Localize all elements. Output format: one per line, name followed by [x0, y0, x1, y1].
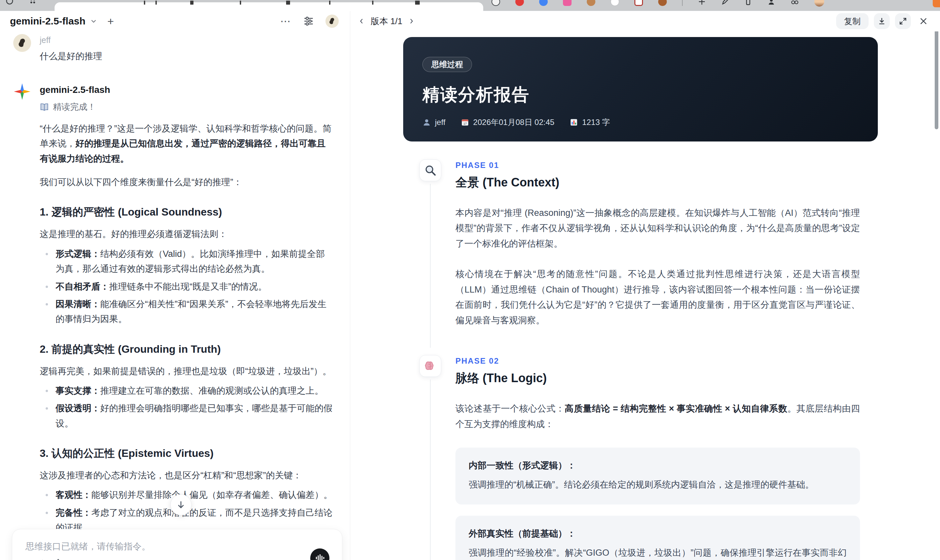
bar-chart-icon	[570, 118, 578, 127]
assistant-paragraph: “什么是好的推理？”这是一个涉及逻辑学、认知科学和哲学核心的问题。简单来说，好的…	[40, 122, 333, 166]
calendar-icon: 17	[461, 118, 469, 127]
phase-2-section: PHASE 02 脉络 (The Logic) 该论述基于一个核心公式：高质量结…	[403, 356, 860, 560]
assistant-name: gemini-2.5-flash	[40, 85, 333, 95]
report-hero-card: 思维过程 精读分析报告 jeff 17 2026年01月08日 02:45	[403, 37, 878, 142]
close-button[interactable]	[916, 13, 931, 29]
more-options-button[interactable]: ⋯	[280, 19, 292, 23]
fullscreen-button[interactable]	[895, 13, 911, 29]
phase-title: 脉络 (The Logic)	[455, 370, 860, 386]
artifact-toolbar: 版本 1/1 复制	[350, 11, 940, 31]
section-intro: 这涉及推理者的心态和方法论，也是区分“杠精”和“思想家”的关键：	[40, 468, 333, 483]
cursor-tool-icon[interactable]	[698, 0, 706, 6]
section-intro: 这是推理的基石。好的推理必须遵循逻辑法则：	[40, 227, 333, 242]
report-word-count: 1213 字	[570, 117, 610, 128]
gemini-logo-icon	[13, 83, 31, 100]
pen-icon[interactable]	[721, 0, 729, 6]
attach-plus-button[interactable]: +	[25, 558, 32, 560]
red-square-extension-icon[interactable]	[634, 0, 643, 6]
list-item: 形式逻辑：结构必须有效（Valid）。比如演绎推理中，如果前提全部为真，那么通过…	[40, 247, 333, 277]
section-grounding-in-truth: 2. 前提的真实性 (Grounding in Truth) 逻辑再完美，如果前…	[40, 342, 333, 431]
magnifier-icon	[424, 164, 437, 177]
sliders-icon[interactable]	[303, 15, 314, 27]
artifact-panel: 版本 1/1 复制	[350, 11, 940, 560]
section-heading: 3. 认知的公正性 (Epistemic Virtues)	[40, 446, 333, 461]
history-icon[interactable]	[5, 0, 14, 5]
chat-input-box[interactable]: 思维接口已就绪，请传输指令。 +	[12, 529, 342, 560]
extension-icons-row	[492, 0, 824, 7]
pink-extension-icon[interactable]	[563, 0, 572, 6]
browser-tab[interactable]	[55, 2, 483, 11]
assistant-message: gemini-2.5-flash 精读完成！ “什么是好的推理？”这是一个涉及逻…	[13, 83, 333, 560]
chat-panel: gemini-2.5-flash + ⋯ jeff 什么是好的推理	[0, 11, 350, 560]
report-title: 精读分析报告	[422, 83, 858, 106]
phase-paragraph: 核心情境在于解决“思考的随意性”问题。不论是人类通过批判性思维进行决策，还是大语…	[455, 266, 860, 328]
waveform-icon	[314, 553, 325, 560]
person-icon[interactable]	[767, 0, 775, 6]
scroll-to-bottom-button[interactable]	[170, 494, 191, 515]
copy-button[interactable]: 复制	[836, 13, 869, 29]
scrollbar-thumb[interactable]	[935, 31, 938, 129]
section-heading: 2. 前提的真实性 (Grounding in Truth)	[40, 342, 333, 357]
close-icon	[919, 17, 928, 25]
tab-text-fragment	[372, 1, 373, 5]
tab-text-fragment	[156, 1, 157, 5]
report-badge: 思维过程	[422, 57, 472, 72]
section-logical-soundness: 1. 逻辑的严密性 (Logical Soundness) 这是推理的基石。好的…	[40, 205, 333, 327]
blue-extension-icon[interactable]	[539, 0, 548, 6]
status-line: 精读完成！	[40, 101, 333, 113]
grid-icon[interactable]	[28, 0, 37, 5]
phase-1-section: PHASE 01 全景 (The Context) 本内容是对“推理 (Reas…	[403, 161, 860, 328]
chat-message-list[interactable]: jeff 什么是好的推理 gemini-2.5-flash 精读完成！ “什么是…	[0, 31, 350, 560]
model-title[interactable]: gemini-2.5-flash	[10, 15, 85, 27]
user-message-text: 什么是好的推理	[40, 50, 333, 62]
phase-paragraph: 本内容是对“推理 (Reasoning)”这一抽象概念的高层建模。在知识爆炸与人…	[455, 205, 860, 251]
skills-diamonds-icon[interactable]	[52, 558, 64, 560]
toolbar-separator	[682, 0, 683, 6]
list-item: 事实支撑：推理建立在可靠的数据、准确的观测或公认的真理之上。	[40, 383, 333, 398]
input-placeholder: 思维接口已就绪，请传输指令。	[25, 540, 329, 552]
tan-extension-icon[interactable]	[587, 0, 595, 6]
new-chat-button[interactable]: +	[107, 15, 114, 27]
chevron-down-icon[interactable]	[90, 17, 97, 25]
assistant-paragraph: 我们可以从以下四个维度来衡量什么是“好的推理”：	[40, 175, 333, 190]
tab-text-fragment	[329, 1, 330, 5]
report-author: jeff	[422, 118, 445, 127]
tab-text-fragment	[415, 1, 420, 5]
chevron-right-icon[interactable]	[408, 17, 415, 25]
artifact-content[interactable]: 思维过程 精读分析报告 jeff 17 2026年01月08日 02:45	[350, 31, 940, 560]
edge-extension-icon[interactable]	[933, 0, 940, 7]
phase-2-node	[419, 355, 441, 377]
user-name: jeff	[40, 35, 333, 45]
brown-extension-icon[interactable]	[658, 0, 667, 6]
phase-title: 全景 (The Context)	[455, 175, 860, 191]
open-book-icon	[40, 103, 49, 112]
user-message: jeff 什么是好的推理	[13, 34, 333, 62]
phase-1-node	[419, 159, 441, 181]
user-avatar	[13, 34, 31, 52]
crown-extension-icon[interactable]	[492, 0, 500, 6]
phase-paragraph: 该论述基于一个核心公式：高质量结论 = 结构完整性 × 事实准确性 × 认知自律…	[455, 401, 860, 432]
phone-icon[interactable]	[744, 0, 752, 6]
tab-text-fragment	[286, 1, 290, 5]
panda-extension-icon[interactable]	[610, 0, 619, 6]
phase-label: PHASE 02	[455, 356, 860, 366]
list-item: 假设透明：好的推理会明确指明哪些是已知事实，哪些是基于可能的假设。	[40, 401, 333, 431]
section-intro: 逻辑再完美，如果前提是错误的，推理也是垃圾（即“垃圾进，垃圾出”）。	[40, 364, 333, 379]
tab-text-fragment	[190, 1, 194, 5]
author-icon	[422, 118, 431, 127]
dimension-card: 外部真实性（前提基础）： 强调推理的“经验校准”。解决“GIGO（垃圾进，垃圾出…	[455, 516, 860, 560]
chevron-left-icon[interactable]	[358, 17, 365, 25]
browser-left-icons	[5, 0, 37, 5]
browser-profile-avatar[interactable]	[814, 0, 824, 7]
download-icon	[877, 17, 886, 25]
tab-text-fragment	[144, 1, 145, 5]
red-extension-icon[interactable]	[515, 0, 524, 6]
arrow-down-icon	[176, 500, 186, 509]
list-item: 不自相矛盾：推理链条中不能出现“既是又非”的情况。	[40, 279, 333, 294]
status-text: 精读完成！	[53, 101, 96, 113]
binoculars-icon[interactable]	[791, 0, 799, 6]
phase-label: PHASE 01	[455, 161, 860, 170]
user-avatar[interactable]	[325, 15, 339, 28]
chat-header: gemini-2.5-flash + ⋯	[0, 11, 350, 31]
download-button[interactable]	[874, 13, 890, 29]
